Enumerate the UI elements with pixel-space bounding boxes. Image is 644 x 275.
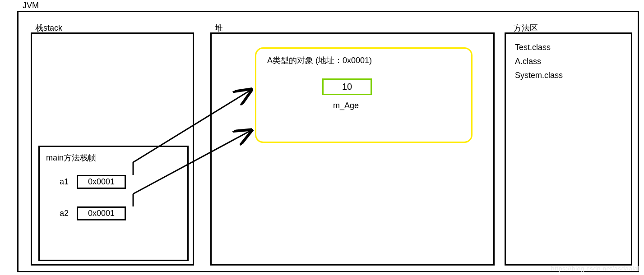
class-item: Test.class <box>515 43 563 52</box>
heap-label: 堆 <box>215 23 223 33</box>
stack-box: main方法栈帧 a1 0x0001 a2 0x0001 <box>31 32 194 266</box>
heap-object-label: A类型的对象 (地址：0x0001) <box>267 55 372 66</box>
var-a1-value: 0x0001 <box>77 175 126 189</box>
var-a1: a1 0x0001 <box>60 175 126 189</box>
var-a2-name: a2 <box>60 209 69 218</box>
watermark: https://blog.csdn.net/asdaalal <box>551 265 639 272</box>
class-item: System.class <box>515 71 563 80</box>
method-area-label: 方法区 <box>514 23 538 33</box>
stack-frame-label: main方法栈帧 <box>46 152 96 163</box>
heap-field-value: 10 <box>322 78 372 95</box>
heap-box: A类型的对象 (地址：0x0001) 10 m_Age <box>210 32 495 266</box>
stack-label: 栈stack <box>35 23 62 33</box>
var-a1-name: a1 <box>60 177 69 187</box>
jvm-label: JVM <box>22 1 40 10</box>
stack-frame: main方法栈帧 a1 0x0001 a2 0x0001 <box>38 146 189 261</box>
heap-object: A类型的对象 (地址：0x0001) 10 m_Age <box>255 47 473 143</box>
heap-field-name: m_Age <box>333 101 359 110</box>
var-a2: a2 0x0001 <box>60 206 126 220</box>
var-a2-value: 0x0001 <box>77 206 126 220</box>
class-item: A.class <box>515 57 563 66</box>
class-list: Test.class A.class System.class <box>515 43 563 85</box>
method-area-box: Test.class A.class System.class <box>505 32 632 266</box>
